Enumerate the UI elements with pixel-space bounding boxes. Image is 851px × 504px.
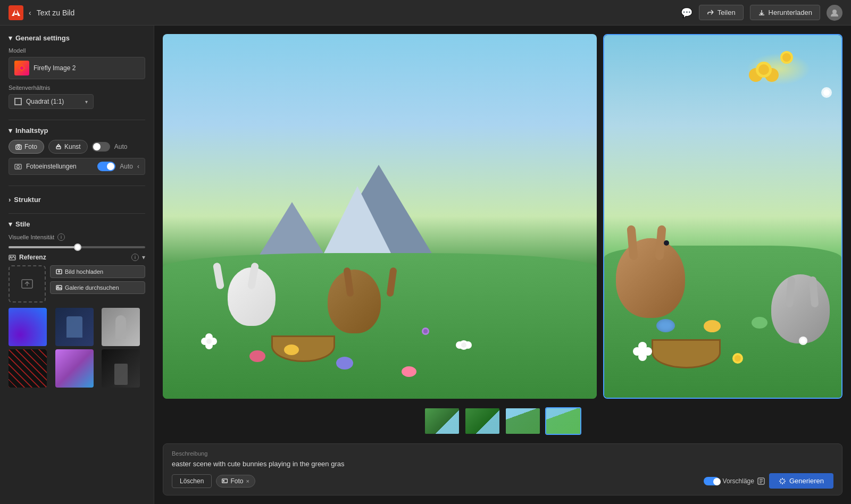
content-type-buttons: Foto Kunst Auto bbox=[9, 140, 145, 154]
download-icon bbox=[758, 9, 765, 16]
gallery-icon bbox=[56, 284, 62, 291]
nav-thumb-4[interactable] bbox=[545, 407, 581, 435]
prompt-text[interactable]: easter scene with cute bunnies playing i… bbox=[172, 460, 833, 468]
upload-row: Bild hochladen Galerie durchsuchen bbox=[9, 265, 145, 303]
generieren-label: Generieren bbox=[789, 477, 824, 485]
stile-header[interactable]: ▾ Stile bbox=[9, 220, 145, 228]
vorschlaege-row: Vorschläge bbox=[704, 477, 765, 485]
prompt-area: Beschreibung easter scene with cute bunn… bbox=[163, 443, 842, 495]
back-chevron-icon: ‹ bbox=[29, 9, 31, 17]
back-button[interactable]: ‹ bbox=[29, 9, 31, 17]
upload-image-button[interactable]: Bild hochladen bbox=[50, 265, 145, 278]
sidebar: ▾ General settings Modell Firefly Image … bbox=[0, 26, 154, 504]
share-icon bbox=[707, 9, 714, 16]
upload-area[interactable] bbox=[9, 265, 46, 303]
page-title: Text zu Bild bbox=[37, 9, 75, 17]
loeschen-label: Löschen bbox=[180, 477, 204, 485]
foto-tag-close-icon[interactable]: × bbox=[246, 478, 249, 484]
general-settings-title: General settings bbox=[15, 34, 70, 42]
foto-button[interactable]: Foto bbox=[9, 140, 44, 154]
foto-tag-label: Foto bbox=[230, 477, 243, 485]
referenz-header: Referenz i ▾ bbox=[9, 254, 145, 261]
avatar[interactable] bbox=[827, 5, 842, 21]
main-generated-image[interactable] bbox=[163, 34, 597, 399]
prompt-right-buttons: Vorschläge Generieren bbox=[704, 473, 833, 489]
vorschlaege-icon bbox=[757, 477, 765, 485]
foto-settings-auto-label: Auto bbox=[120, 163, 133, 170]
camera-icon bbox=[15, 144, 22, 150]
chat-icon[interactable]: 💬 bbox=[681, 7, 693, 19]
referenz-chevron-icon[interactable]: ▾ bbox=[142, 254, 145, 261]
style-thumb-4[interactable] bbox=[9, 349, 47, 388]
prompt-left-buttons: Löschen Foto × bbox=[172, 474, 255, 488]
foto-settings-arrow-icon[interactable]: ‹ bbox=[137, 163, 139, 170]
style-thumb-6[interactable] bbox=[102, 349, 140, 388]
foto-label: Foto bbox=[24, 143, 37, 150]
topbar-left: ‹ Text zu Bild bbox=[9, 5, 74, 20]
general-settings-section: ▾ General settings Modell Firefly Image … bbox=[9, 34, 145, 109]
share-label: Teilen bbox=[717, 9, 736, 16]
struktur-title: Struktur bbox=[14, 196, 41, 204]
loeschen-button[interactable]: Löschen bbox=[172, 474, 212, 488]
upload-icon bbox=[21, 278, 34, 290]
share-button[interactable]: Teilen bbox=[699, 5, 744, 20]
aspect-icon bbox=[14, 98, 22, 105]
model-name: Firefly Image 2 bbox=[34, 64, 139, 72]
referenz-title-label: Referenz bbox=[19, 254, 46, 261]
generieren-button[interactable]: Generieren bbox=[769, 473, 833, 489]
slider-track bbox=[9, 246, 145, 248]
stile-chevron-icon: ▾ bbox=[9, 220, 12, 228]
foto-settings-toggle[interactable] bbox=[97, 162, 115, 171]
auto-toggle[interactable] bbox=[92, 142, 110, 152]
aspect-chevron-icon: ▾ bbox=[85, 99, 88, 105]
model-selector[interactable]: Firefly Image 2 bbox=[9, 57, 145, 79]
aspect-selector[interactable]: Quadrat (1:1) ▾ bbox=[9, 94, 94, 109]
auto-label: Auto bbox=[114, 143, 128, 150]
style-thumb-1[interactable] bbox=[9, 308, 47, 346]
prompt-actions: Löschen Foto × Vorschläge bbox=[172, 473, 833, 489]
download-button[interactable]: Herunterladen bbox=[750, 5, 820, 20]
vorschlaege-toggle[interactable] bbox=[704, 477, 720, 485]
vorschlaege-label: Vorschläge bbox=[723, 477, 754, 485]
referenz-info-icon[interactable]: i bbox=[131, 254, 139, 261]
generieren-icon bbox=[779, 477, 786, 485]
style-thumb-2[interactable] bbox=[55, 308, 94, 346]
foto-settings-row[interactable]: Fotoeinstellungen Auto ‹ bbox=[9, 158, 145, 175]
foto-tag[interactable]: Foto × bbox=[216, 475, 255, 488]
foto-tag-icon bbox=[222, 478, 228, 484]
struktur-section[interactable]: › Struktur bbox=[9, 192, 145, 207]
nav-thumb-2[interactable] bbox=[464, 407, 500, 435]
nav-thumb-1-img bbox=[425, 408, 459, 434]
images-area bbox=[163, 34, 842, 399]
nav-thumb-1[interactable] bbox=[424, 407, 460, 435]
kunst-button[interactable]: Kunst bbox=[48, 140, 88, 154]
content-type-section: ▾ Inhaltstyp Foto Kuns bbox=[9, 127, 145, 175]
upload-btn-icon bbox=[56, 268, 62, 275]
nav-thumb-2-img bbox=[465, 408, 499, 434]
slider-thumb[interactable] bbox=[74, 243, 81, 251]
nav-thumb-3-img bbox=[506, 408, 540, 434]
gallery-browse-button[interactable]: Galerie durchsuchen bbox=[50, 281, 145, 294]
content-type-title: Inhaltstyp bbox=[15, 127, 48, 135]
main-layout: ▾ General settings Modell Firefly Image … bbox=[0, 26, 851, 504]
style-thumb-5[interactable] bbox=[55, 349, 94, 388]
style-thumbnail-grid bbox=[9, 308, 145, 388]
general-settings-header[interactable]: ▾ General settings bbox=[9, 34, 145, 42]
content-area: Beschreibung easter scene with cute bunn… bbox=[154, 26, 851, 504]
kunst-icon bbox=[55, 144, 62, 150]
intensitaet-label: Visuelle Intensität bbox=[9, 234, 54, 240]
foto-settings-icon bbox=[14, 163, 22, 170]
nav-thumb-3[interactable] bbox=[505, 407, 541, 435]
chevron-down-icon: ▾ bbox=[9, 34, 12, 42]
intensitaet-info-icon[interactable]: i bbox=[57, 233, 65, 241]
nav-thumb-4-img bbox=[546, 408, 580, 434]
adobe-logo bbox=[9, 5, 23, 20]
topbar: ‹ Text zu Bild 💬 Teilen Herunterladen bbox=[0, 0, 851, 26]
intensitaet-slider[interactable] bbox=[9, 246, 145, 248]
slider-fill bbox=[9, 246, 77, 248]
content-type-header[interactable]: ▾ Inhaltstyp bbox=[9, 127, 145, 135]
auto-toggle-row: Auto bbox=[92, 140, 128, 154]
upload-options: Bild hochladen Galerie durchsuchen bbox=[50, 265, 145, 294]
secondary-generated-image[interactable] bbox=[603, 34, 842, 399]
style-thumb-3[interactable] bbox=[102, 308, 140, 346]
